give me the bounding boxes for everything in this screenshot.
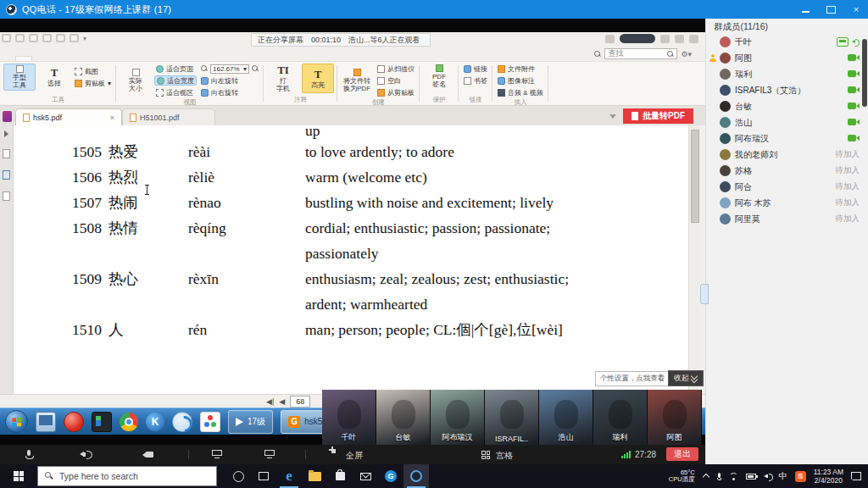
batch-convert-pdf-button[interactable]: 批量转PDF (623, 108, 693, 124)
video-tile[interactable]: 阿布瑞汉 (431, 390, 485, 445)
win7-start-button[interactable] (5, 410, 28, 433)
qq-app-icon[interactable] (200, 412, 220, 432)
pdf-scrollbar[interactable] (688, 125, 699, 394)
pdf-sign-button[interactable]: PDF 签名 (423, 64, 455, 89)
blank-button[interactable]: 空白 (376, 75, 416, 86)
ime-indicator[interactable]: 中 (779, 470, 787, 482)
save-icon[interactable] (15, 34, 25, 42)
grid-view-label[interactable]: 宫格 (496, 450, 513, 462)
video-tile[interactable]: 瑞利 (593, 390, 648, 445)
active-app-button[interactable] (403, 464, 429, 488)
page-number-input[interactable]: 68 (290, 396, 310, 408)
search-icon[interactable] (594, 51, 601, 58)
audio-video-button[interactable]: 音频 & 视频 (496, 87, 545, 97)
grid-view-icon[interactable] (481, 451, 490, 459)
taskbar-search-input[interactable]: Type here to search (37, 466, 217, 486)
scrollbar-thumb[interactable] (691, 130, 699, 223)
battery-icon[interactable] (746, 474, 756, 480)
video-tile[interactable]: ISRAFIL.. (485, 390, 539, 445)
video-tile[interactable]: 阿图 (648, 390, 702, 445)
member-row[interactable]: 千叶 (706, 34, 868, 50)
action-center-icon[interactable] (851, 472, 861, 480)
doc-tab-h51001[interactable]: H51001.pdf (122, 108, 215, 125)
volume-icon[interactable] (764, 473, 771, 480)
member-row[interactable]: 阿图 (706, 50, 868, 66)
rotate-left-button[interactable]: 向左旋转 (199, 75, 260, 86)
bookmark-button[interactable]: 书签 (462, 75, 489, 86)
doc-tab-hsk5[interactable]: hsk5.pdf × (15, 108, 122, 125)
minimize-ribbon-icon[interactable] (675, 35, 684, 43)
gear-icon[interactable]: ⚙▾ (681, 50, 692, 58)
from-scanner-button[interactable]: 从扫描仪 (376, 64, 416, 74)
cortana-button[interactable] (225, 464, 251, 488)
attachment-button[interactable]: 文件附件 (496, 64, 545, 74)
attachments-panel-icon[interactable] (3, 191, 10, 201)
customize-toolbar-dropdown[interactable]: ▾ (83, 35, 86, 42)
display-app-icon[interactable] (36, 412, 56, 432)
chat-window-task-button[interactable]: 17级 (228, 410, 273, 434)
help-icon[interactable] (689, 35, 698, 43)
edge-button[interactable]: e (276, 464, 302, 488)
start-button[interactable] (0, 464, 37, 488)
previous-page-icon[interactable]: ◀ (279, 397, 285, 406)
store-button[interactable] (327, 464, 353, 488)
fit-page-button[interactable]: 适合页面 (154, 64, 197, 74)
fit-visible-button[interactable]: 适合视区 (154, 87, 197, 97)
rotate-right-button[interactable]: 向右旋转 (199, 87, 260, 97)
k-player-icon[interactable]: K (146, 413, 164, 431)
fit-width-button[interactable]: 适合宽度 (154, 75, 197, 86)
video-tile[interactable]: 台敏 (376, 390, 431, 445)
member-row[interactable]: 阿布瑞汉 (706, 130, 868, 147)
from-clipboard-button[interactable]: 从剪贴板 (376, 87, 416, 97)
clipboard-button[interactable]: 剪贴板 ▾ (73, 78, 113, 88)
maximize-button[interactable] (824, 3, 837, 15)
panel-collapse-handle[interactable] (700, 284, 709, 304)
open-file-icon[interactable] (2, 34, 11, 42)
redo-icon[interactable] (70, 34, 79, 42)
settings-tooltip[interactable]: 个性设置，点我查看 (595, 371, 670, 386)
media-app-icon[interactable] (92, 412, 112, 432)
bookmarks-panel-icon[interactable] (3, 170, 10, 180)
task-view-button[interactable] (251, 464, 276, 488)
undo-icon[interactable] (56, 34, 65, 42)
member-row[interactable]: 阿里莫 待加入 (706, 211, 868, 227)
video-tile[interactable]: 浩山 (539, 390, 593, 445)
member-row[interactable]: 我的老师刘 待加入 (706, 147, 868, 163)
video-tile[interactable]: 千叶 (322, 390, 376, 445)
security-app-icon[interactable] (64, 412, 84, 432)
email-icon[interactable] (42, 34, 52, 42)
member-row[interactable]: 浩山 (706, 114, 868, 130)
hand-tool-button[interactable]: 手型 工具 (3, 64, 36, 91)
mail-button[interactable] (353, 464, 378, 488)
close-button[interactable]: × (849, 3, 863, 15)
share-icon[interactable] (605, 35, 615, 43)
chrome-icon[interactable] (120, 413, 138, 431)
show-hidden-icons[interactable] (703, 473, 709, 480)
member-row[interactable]: 阿合 待加入 (706, 179, 868, 195)
layout-icon[interactable] (660, 35, 670, 43)
typewriter-button[interactable]: TI 打 字机 (267, 64, 299, 93)
clock[interactable]: 11:23 AM2/4/2020 (814, 468, 843, 485)
zoom-out-icon[interactable] (201, 65, 208, 72)
member-row[interactable]: 台敏 (706, 98, 868, 114)
member-row[interactable]: ISRAFIL3（艾浩） (706, 82, 868, 98)
first-page-icon[interactable]: ◀| (266, 397, 274, 406)
member-row[interactable]: 瑞利 (706, 66, 868, 82)
account-badge[interactable] (620, 34, 655, 43)
convert-to-pdf-button[interactable]: 将文件转 换为PDF (341, 64, 373, 97)
close-tab-icon[interactable]: × (110, 114, 114, 122)
zoom-level-input[interactable]: 162.67%▾ (210, 64, 249, 74)
tab-list-dropdown[interactable] (609, 114, 616, 119)
fullscreen-label[interactable]: 全屏 (346, 450, 363, 462)
find-input[interactable]: 查找 (604, 48, 677, 59)
wifi-icon[interactable] (729, 473, 738, 480)
pdf-page[interactable]: up 1505热爱rèàito love ardently; to adore … (14, 125, 688, 394)
image-annotation-button[interactable]: 图像标注 (496, 75, 545, 86)
member-row[interactable]: 苏格 待加入 (706, 163, 868, 179)
snapshot-button[interactable]: 截图 (73, 66, 113, 76)
page-thumbnails-icon[interactable] (3, 149, 10, 158)
member-row[interactable]: 阿布 木苏 待加入 (706, 195, 868, 211)
link-button[interactable]: 链接 (462, 64, 489, 74)
browser-icon[interactable] (172, 412, 192, 432)
file-explorer-button[interactable] (302, 464, 327, 488)
